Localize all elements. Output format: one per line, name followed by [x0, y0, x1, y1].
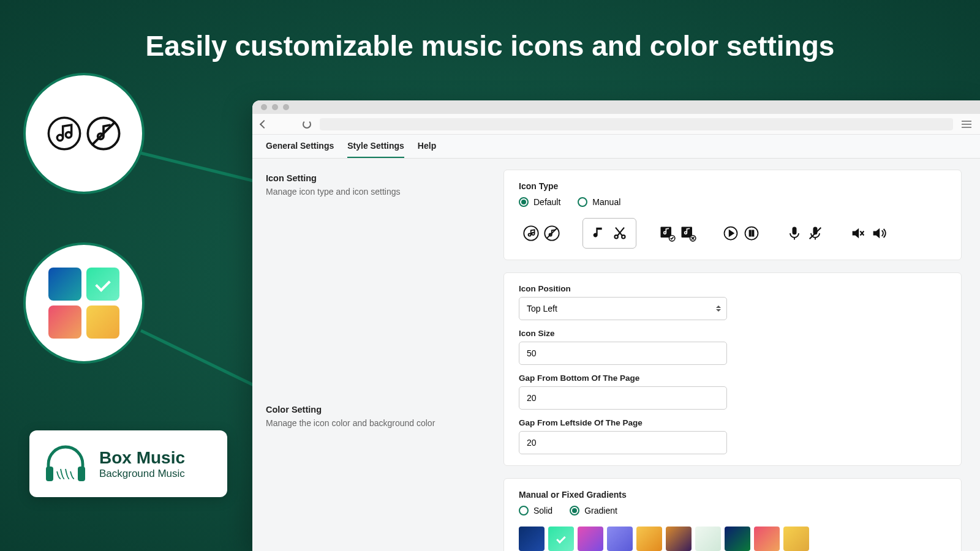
- radio-label: Default: [533, 197, 560, 207]
- hamburger-icon[interactable]: [962, 121, 971, 128]
- window-max-icon[interactable]: [283, 104, 289, 110]
- icon-preset-note-scissors[interactable]: [582, 218, 636, 249]
- pause-icon: [743, 225, 760, 242]
- album-x-icon: [679, 225, 696, 242]
- swatch-preview: [48, 268, 81, 301]
- tab-style-settings[interactable]: Style Settings: [347, 141, 404, 158]
- window-close-icon[interactable]: [261, 104, 267, 110]
- icon-setting-title: Icon Setting: [266, 173, 484, 183]
- color-setting-title: Color Setting: [266, 405, 484, 414]
- swatch-lavender[interactable]: [607, 527, 633, 551]
- icon-setting-desc: Manage icon type and icon settings: [266, 187, 484, 197]
- check-icon: [95, 276, 110, 291]
- back-icon[interactable]: [260, 119, 268, 128]
- color-setting-desc: Manage the icon color and background col…: [266, 418, 484, 428]
- icon-preset-row: [519, 218, 946, 249]
- icon-size-label: Icon Size: [519, 329, 946, 338]
- swatch-preview: [48, 305, 81, 339]
- icon-position-label: Icon Position: [519, 284, 946, 293]
- check-icon: [556, 534, 566, 544]
- swatch-bronze-plum[interactable]: [666, 527, 692, 551]
- svg-point-0: [48, 118, 80, 149]
- volume-on-icon: [870, 225, 888, 242]
- album-check-icon: [658, 225, 676, 242]
- icon-position-select[interactable]: [519, 297, 727, 320]
- svg-rect-20: [793, 227, 797, 235]
- swatch-preview: [86, 305, 119, 339]
- swatch-gold[interactable]: [783, 527, 809, 551]
- icon-preset-volume[interactable]: [846, 220, 891, 247]
- swatch-amber[interactable]: [636, 527, 662, 551]
- product-logo-card: Box Music Background Music: [29, 430, 227, 497]
- product-name: Box Music: [99, 448, 185, 468]
- music-note-icon: [522, 225, 540, 242]
- music-mute-icon: [543, 225, 560, 242]
- swatch-preview-selected: [86, 268, 119, 301]
- icon-preset-microphone[interactable]: [782, 220, 827, 247]
- color-mode-card: Manual or Fixed Gradients Solid Gradient: [503, 478, 962, 551]
- address-bar[interactable]: [320, 118, 953, 130]
- window-controls: [252, 100, 980, 114]
- icon-preset-album[interactable]: [655, 220, 700, 247]
- swatch-royal-emerald[interactable]: [725, 527, 750, 551]
- gap-left-label: Gap From Leftside Of The Page: [519, 418, 946, 427]
- icon-size-input[interactable]: [519, 342, 727, 365]
- radio-label: Manual: [592, 197, 620, 207]
- swatch-navy-blue[interactable]: [519, 527, 545, 551]
- swatch-sunset[interactable]: [754, 527, 780, 551]
- radio-color-gradient[interactable]: Gradient: [570, 506, 617, 515]
- svg-rect-3: [46, 467, 53, 481]
- radio-label: Gradient: [584, 506, 617, 515]
- gap-bottom-input[interactable]: [519, 386, 727, 410]
- music-note-circle-icon: [47, 116, 81, 151]
- preview-bubble-swatches: [23, 242, 145, 364]
- headphones-icon: [43, 444, 88, 484]
- tab-help[interactable]: Help: [418, 141, 436, 158]
- note-icon: [590, 225, 608, 242]
- reload-icon[interactable]: [303, 120, 311, 129]
- mic-icon: [786, 225, 803, 242]
- svg-rect-4: [78, 467, 85, 481]
- radio-label: Solid: [533, 506, 552, 515]
- swatch-pink-purple[interactable]: [578, 527, 603, 551]
- swatch-pale-green[interactable]: [695, 527, 721, 551]
- tab-general-settings[interactable]: General Settings: [266, 141, 334, 158]
- svg-rect-18: [750, 230, 751, 236]
- icon-preset-music-circle[interactable]: [519, 220, 564, 247]
- swatch-mint[interactable]: [548, 527, 574, 551]
- volume-mute-icon: [850, 225, 867, 242]
- icon-type-card: Icon Type Default Manual: [503, 170, 962, 260]
- browser-window: General Settings Style Settings Help Ico…: [252, 100, 980, 551]
- hero-title: Easily customizable music icons and colo…: [0, 0, 980, 62]
- address-bar-row: [252, 114, 980, 135]
- gap-bottom-label: Gap From Bottom Of The Page: [519, 373, 946, 383]
- mic-mute-icon: [807, 225, 824, 242]
- window-min-icon[interactable]: [272, 104, 278, 110]
- icon-type-label: Icon Type: [519, 181, 946, 191]
- svg-point-11: [622, 235, 625, 238]
- product-subtitle: Background Music: [99, 468, 185, 480]
- radio-color-solid[interactable]: Solid: [519, 506, 552, 515]
- gap-left-input[interactable]: [519, 431, 727, 454]
- svg-point-10: [614, 235, 617, 238]
- svg-rect-19: [752, 230, 753, 236]
- play-icon: [722, 225, 739, 242]
- preview-bubble-icons: [23, 73, 145, 194]
- note-cut-icon: [611, 225, 628, 242]
- gradient-swatch-row: [519, 527, 946, 551]
- color-mode-label: Manual or Fixed Gradients: [519, 490, 946, 500]
- radio-icon-type-default[interactable]: Default: [519, 197, 560, 207]
- music-mute-circle-icon: [86, 116, 121, 151]
- radio-icon-type-manual[interactable]: Manual: [578, 197, 620, 207]
- svg-line-9: [547, 228, 557, 238]
- svg-point-17: [745, 227, 758, 240]
- icon-settings-card: Icon Position Icon Size Gap From Bottom …: [503, 272, 962, 466]
- settings-tabs: General Settings Style Settings Help: [252, 135, 980, 159]
- icon-preset-play-pause[interactable]: [718, 220, 764, 247]
